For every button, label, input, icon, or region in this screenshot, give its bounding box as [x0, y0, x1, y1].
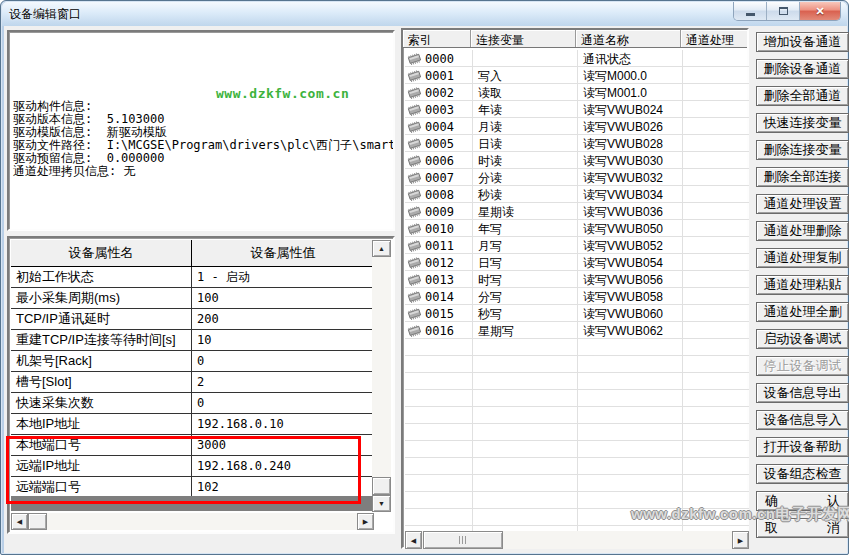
side-button[interactable]: 通道处理设置 [756, 194, 849, 214]
property-row[interactable]: 重建TCP/IP连接等待时间[s] 10 [11, 330, 374, 351]
scroll-left-button[interactable]: ◀ [405, 531, 422, 549]
horizontal-scroll-thumb[interactable] [28, 513, 47, 530]
channel-row[interactable]: 0016 星期写 读写VWUB062 [405, 322, 749, 339]
dialog-button[interactable]: 确 认 [756, 491, 849, 511]
channel-variable [473, 50, 578, 67]
side-button-column: 增加设备通道删除设备通道删除全部通道快速连接变量删除连接变量删除全部连接通道处理… [756, 32, 849, 545]
channel-row[interactable]: 0002 读取 读写M001.0 [405, 84, 749, 101]
scroll-right-button[interactable]: ▶ [357, 513, 374, 530]
property-grid-header: 设备属性名 设备属性值 [11, 240, 374, 267]
channel-index: 0003 [425, 103, 454, 117]
maximize-button[interactable] [767, 2, 800, 20]
property-row[interactable]: 初始工作状态 1 - 启动 [11, 267, 374, 288]
property-name: 快速采集次数 [11, 393, 192, 414]
property-value: 100 [192, 288, 374, 309]
channel-name: 读写VWUB054 [578, 254, 683, 271]
channel-process [683, 254, 749, 271]
side-button[interactable]: 打开设备帮助 [756, 437, 849, 457]
channel-row-empty[interactable] [405, 509, 749, 526]
channel-horizontal-scrollbar[interactable]: ◀ ▶ [405, 531, 749, 549]
side-button[interactable]: 删除全部通道 [756, 86, 849, 106]
property-value-header: 设备属性值 [192, 240, 374, 266]
channel-row-empty[interactable] [405, 492, 749, 509]
side-button[interactable]: 增加设备通道 [756, 32, 849, 52]
property-value: 102 [192, 477, 374, 498]
channel-row-empty[interactable] [405, 339, 749, 356]
property-name: 机架号[Rack] [11, 351, 192, 372]
channel-row-empty[interactable] [405, 441, 749, 458]
channel-row[interactable]: 0007 分读 读写VWUB032 [405, 169, 749, 186]
close-button[interactable]: ✕ [800, 2, 840, 20]
channel-process [683, 101, 749, 118]
side-button[interactable]: 通道处理粘贴 [756, 275, 849, 295]
property-row[interactable]: 远端端口号 102 [11, 477, 374, 498]
channel-row[interactable]: 0000 通讯状态 [405, 50, 749, 67]
chip-icon [407, 325, 422, 337]
scroll-up-button[interactable]: ▲ [372, 240, 391, 257]
channel-row[interactable]: 0008 秒读 读写VWUB034 [405, 186, 749, 203]
channel-index: 0016 [425, 324, 454, 338]
scroll-right-button[interactable]: ▶ [732, 531, 749, 549]
channel-row[interactable]: 0013 时写 读写VWUB056 [405, 271, 749, 288]
side-button[interactable]: 删除全部连接 [756, 167, 849, 187]
side-button[interactable]: 启动设备调试 [756, 329, 849, 349]
channel-row[interactable]: 0010 年写 读写VWUB050 [405, 220, 749, 237]
chip-icon [407, 274, 422, 286]
side-button[interactable]: 设备信息导入 [756, 410, 849, 430]
vertical-scroll-thumb[interactable] [372, 477, 391, 495]
scroll-down-button[interactable]: ▼ [372, 495, 391, 512]
property-row[interactable]: 快速采集次数 0 [11, 393, 374, 414]
property-horizontal-scrollbar[interactable]: ◀ ▶ [11, 513, 374, 530]
dialog-button-label-left: 确 [765, 492, 778, 510]
scroll-left-button[interactable]: ◀ [11, 513, 28, 530]
channel-row-empty[interactable] [405, 424, 749, 441]
channel-name: 读写VWUB028 [578, 135, 683, 152]
property-row[interactable]: 本地IP地址 192.168.0.10 [11, 414, 374, 435]
channel-variable: 月写 [473, 237, 578, 254]
property-row[interactable]: 最小采集周期(ms) 100 [11, 288, 374, 309]
property-row[interactable]: 槽号[Slot] 2 [11, 372, 374, 393]
maximize-icon [779, 7, 788, 15]
property-row[interactable]: TCP/IP通讯延时 200 [11, 309, 374, 330]
property-row[interactable]: 机架号[Rack] 0 [11, 351, 374, 372]
channel-row[interactable]: 0015 秒写 读写VWUB060 [405, 305, 749, 322]
channel-row[interactable]: 0001 写入 读写M000.0 [405, 67, 749, 84]
side-button[interactable]: 通道处理复制 [756, 248, 849, 268]
channel-row[interactable]: 0006 时读 读写VWUB030 [405, 152, 749, 169]
channel-row-empty[interactable] [405, 373, 749, 390]
channel-row[interactable]: 0009 星期读 读写VWUB036 [405, 203, 749, 220]
channel-row[interactable]: 0011 月写 读写VWUB052 [405, 237, 749, 254]
channel-row[interactable]: 0003 年读 读写VWUB024 [405, 101, 749, 118]
property-name: 槽号[Slot] [11, 372, 192, 393]
channel-name: 读写VWUB036 [578, 203, 683, 220]
property-row[interactable]: 本地端口号 3000 [11, 435, 374, 456]
property-value: 3000 [192, 435, 374, 456]
side-button[interactable]: 删除连接变量 [756, 140, 849, 160]
channel-index: 0013 [425, 273, 454, 287]
channel-row[interactable]: 0005 日读 读写VWUB028 [405, 135, 749, 152]
horizontal-scroll-thumb[interactable] [423, 531, 503, 549]
side-button[interactable]: 通道处理全删 [756, 302, 849, 322]
minimize-button[interactable] [734, 2, 767, 20]
side-button[interactable]: 通道处理删除 [756, 221, 849, 241]
channel-row-empty[interactable] [405, 390, 749, 407]
property-grid: 设备属性名 设备属性值 初始工作状态 1 - 启动 最小采集周期(ms) 100… [11, 240, 374, 514]
dialog-button[interactable]: 取 消 [756, 518, 849, 538]
channel-row-empty[interactable] [405, 458, 749, 475]
channel-row-empty[interactable] [405, 356, 749, 373]
channel-variable: 分读 [473, 169, 578, 186]
property-name: 重建TCP/IP连接等待时间[s] [11, 330, 192, 351]
side-button[interactable]: 快速连接变量 [756, 113, 849, 133]
side-button[interactable]: 删除设备通道 [756, 59, 849, 79]
channel-row-empty[interactable] [405, 475, 749, 492]
channel-row[interactable]: 0014 分写 读写VWUB058 [405, 288, 749, 305]
channel-row[interactable]: 0004 月读 读写VWUB026 [405, 118, 749, 135]
channel-row-empty[interactable] [405, 407, 749, 424]
channel-index-cell: 0001 [405, 67, 473, 84]
channel-row[interactable]: 0012 日写 读写VWUB054 [405, 254, 749, 271]
side-button[interactable]: 设备信息导出 [756, 383, 849, 403]
property-row[interactable]: 远端IP地址 192.168.0.240 [11, 456, 374, 477]
side-button[interactable]: 停止设备调试 [756, 356, 849, 376]
property-vertical-scrollbar[interactable]: ▲ ▼ [372, 240, 391, 512]
side-button[interactable]: 设备组态检查 [756, 464, 849, 484]
